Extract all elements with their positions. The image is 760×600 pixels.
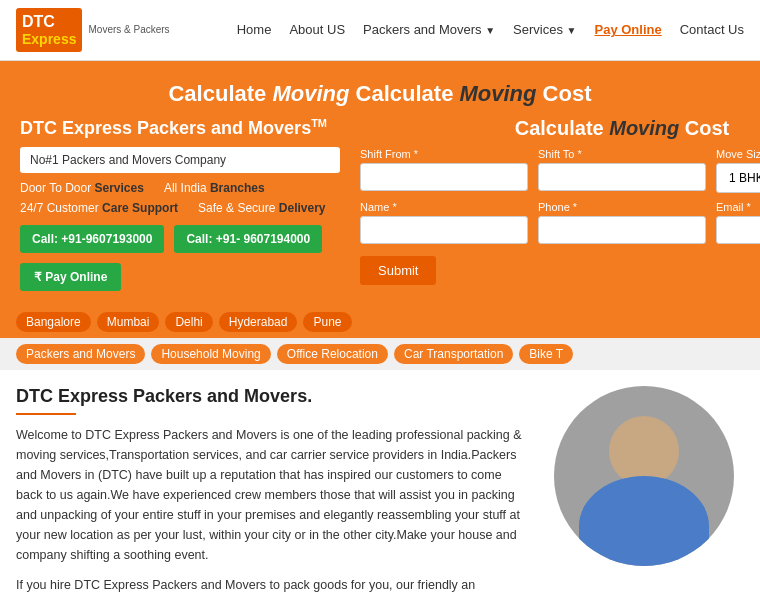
move-size-select[interactable]: 1 BHK 2 BHK 3 BHK 4 BHK xyxy=(716,163,760,193)
email-input[interactable] xyxy=(716,216,760,244)
email-label: Email * xyxy=(716,201,760,213)
name-group: Name * xyxy=(360,201,528,244)
form-row-2: Name * Phone * Email * xyxy=(360,201,760,244)
call-button-1[interactable]: Call: +91-9607193000 xyxy=(20,225,164,253)
submit-button[interactable]: Submit xyxy=(360,256,436,285)
nav-about[interactable]: About US xyxy=(289,22,345,37)
care1: 24/7 Customer Care Support xyxy=(20,201,178,215)
name-input[interactable] xyxy=(360,216,528,244)
hero-moving-word: Moving xyxy=(272,81,349,106)
nav-contact[interactable]: Contact Us xyxy=(680,22,744,37)
shift-to-input[interactable] xyxy=(538,163,706,191)
phone-group: Phone * xyxy=(538,201,706,244)
logo-box: DTC Express xyxy=(16,8,82,52)
svc-pill-household[interactable]: Household Moving xyxy=(151,344,270,364)
calc-title-text: Calculate Moving Cost xyxy=(515,117,729,139)
logo-subtitle: Movers & Packers xyxy=(88,24,169,35)
hero-calc-title: Calculate Moving Calculate Moving Cost xyxy=(168,81,591,106)
svc-pill-packers[interactable]: Packers and Movers xyxy=(16,344,145,364)
shift-from-label: Shift From * xyxy=(360,148,528,160)
content-text: DTC Express Packers and Movers. Welcome … xyxy=(16,386,528,600)
title-underline xyxy=(16,413,76,415)
call-button-2[interactable]: Call: +91- 9607194000 xyxy=(174,225,322,253)
main-content: DTC Express Packers and Movers. Welcome … xyxy=(0,370,760,600)
nav-pay-online[interactable]: Pay Online xyxy=(594,22,661,37)
hero-form: Calculate Moving Cost Shift From * Shift… xyxy=(360,117,760,291)
shift-from-input[interactable] xyxy=(360,163,528,191)
services-arrow-icon: ▼ xyxy=(567,25,577,36)
phone-input[interactable] xyxy=(538,216,706,244)
pay-online-btn-container: ₹ Pay Online xyxy=(20,263,340,291)
pill-mumbai[interactable]: Mumbai xyxy=(97,312,160,332)
call-buttons: Call: +91-9607193000 Call: +91- 96071940… xyxy=(20,225,340,253)
content-title: DTC Express Packers and Movers. xyxy=(16,386,528,407)
service2: All India Branches xyxy=(164,181,265,195)
name-label: Name * xyxy=(360,201,528,213)
hero-inner: DTC Express Packers and MoversTM No#1 Pa… xyxy=(20,117,740,291)
logo-express: Express xyxy=(22,31,76,48)
care2: Safe & Secure Delivery xyxy=(198,201,325,215)
location-pills: Bangalore Mumbai Delhi Hyderabad Pune xyxy=(0,306,760,338)
nav-services[interactable]: Services ▼ xyxy=(513,22,576,37)
nav-home[interactable]: Home xyxy=(237,22,272,37)
pill-delhi[interactable]: Delhi xyxy=(165,312,212,332)
pill-hyderabad[interactable]: Hyderabad xyxy=(219,312,298,332)
logo-dtc: DTC xyxy=(22,12,76,31)
care-row: 24/7 Customer Care Support Safe & Secure… xyxy=(20,201,340,215)
hero-calc-span: Calculate Moving Cost xyxy=(356,81,592,106)
person-avatar xyxy=(554,386,734,566)
nav-links: Home About US Packers and Movers ▼ Servi… xyxy=(237,22,744,37)
hero-section: Calculate Moving Calculate Moving Cost D… xyxy=(0,61,760,306)
submit-container: Submit xyxy=(360,252,760,285)
form-row-1: Shift From * Shift To * Move Size * 1 BH… xyxy=(360,148,760,193)
packers-arrow-icon: ▼ xyxy=(485,25,495,36)
nav-packers[interactable]: Packers and Movers ▼ xyxy=(363,22,495,37)
svc-pill-office[interactable]: Office Relocation xyxy=(277,344,388,364)
hero-left: DTC Express Packers and MoversTM No#1 Pa… xyxy=(20,117,340,291)
service1: Door To Door Services xyxy=(20,181,144,195)
hero-company-title: DTC Express Packers and MoversTM xyxy=(20,117,340,139)
content-image xyxy=(544,386,744,600)
pill-pune[interactable]: Pune xyxy=(303,312,351,332)
hero-tagline: No#1 Packers and Movers Company xyxy=(20,147,340,173)
content-para1: Welcome to DTC Express Packers and Mover… xyxy=(16,425,528,565)
shift-from-group: Shift From * xyxy=(360,148,528,193)
pill-bangalore[interactable]: Bangalore xyxy=(16,312,91,332)
shift-to-label: Shift To * xyxy=(538,148,706,160)
logo: DTC Express Movers & Packers xyxy=(16,8,170,52)
svc-pill-car[interactable]: Car Transportation xyxy=(394,344,513,364)
move-size-group: Move Size * 1 BHK 2 BHK 3 BHK 4 BHK xyxy=(716,148,760,193)
services-row: Door To Door Services All India Branches xyxy=(20,181,340,195)
pay-online-button[interactable]: ₹ Pay Online xyxy=(20,263,121,291)
service-pills: Packers and Movers Household Moving Offi… xyxy=(0,338,760,370)
svc-pill-bike[interactable]: Bike T xyxy=(519,344,573,364)
phone-label: Phone * xyxy=(538,201,706,213)
email-group: Email * xyxy=(716,201,760,244)
shift-to-group: Shift To * xyxy=(538,148,706,193)
navigation: DTC Express Movers & Packers Home About … xyxy=(0,0,760,61)
content-para2: If you hire DTC Express Packers and Move… xyxy=(16,575,528,600)
move-size-label: Move Size * xyxy=(716,148,760,160)
